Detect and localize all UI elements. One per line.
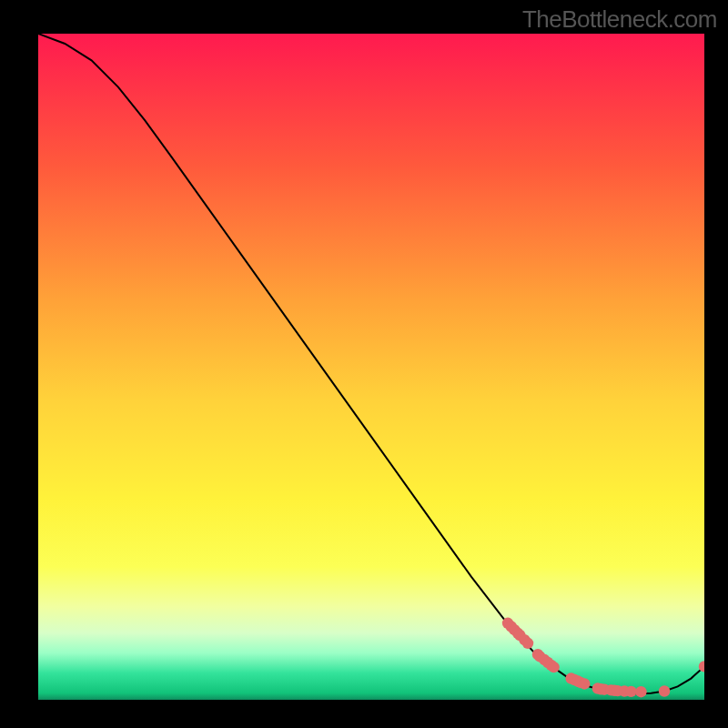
scatter-point xyxy=(522,638,533,649)
chart-scatter-points xyxy=(502,618,704,698)
scatter-point xyxy=(548,662,559,672)
scatter-point xyxy=(579,678,590,689)
scatter-point xyxy=(659,685,670,696)
scatter-point xyxy=(635,686,646,697)
chart-area xyxy=(38,34,704,700)
watermark-text: TheBottleneck.com xyxy=(522,5,717,34)
chart-curve xyxy=(38,34,704,693)
chart-plot-layer xyxy=(38,34,704,700)
scatter-point xyxy=(625,686,636,697)
